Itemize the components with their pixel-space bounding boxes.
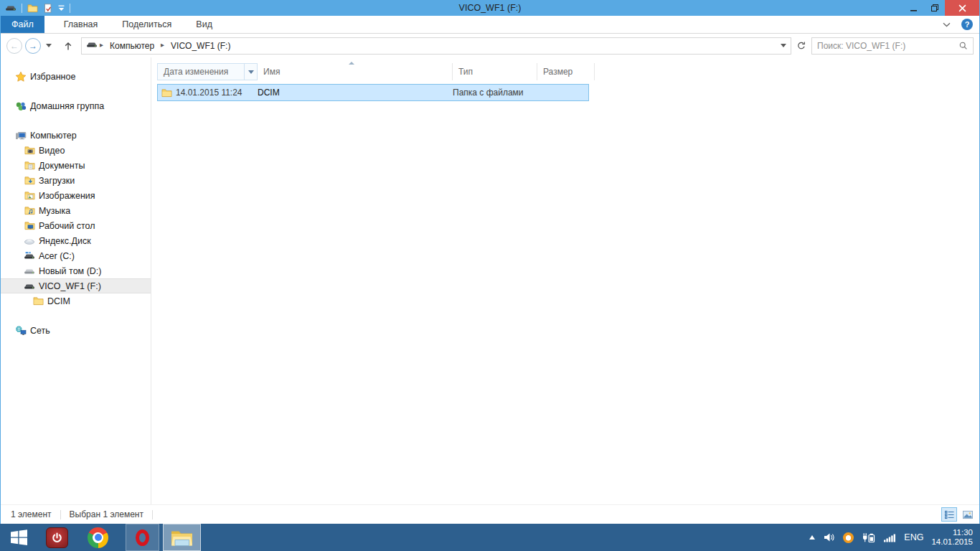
folder-icon: [161, 87, 172, 98]
sidebar-item-folder-video[interactable]: Видео: [1, 143, 151, 158]
explorer-button[interactable]: [163, 524, 201, 551]
column-header-label: Размер: [543, 67, 573, 77]
main-area: ИзбранноеДомашняя группаКомпьютерВидеоДо…: [1, 57, 979, 504]
sidebar-item-drive[interactable]: VICO_WF1 (F:): [1, 278, 151, 293]
folder-desktop-icon: [24, 220, 35, 232]
sidebar-item-computer[interactable]: Компьютер: [1, 128, 151, 143]
breadcrumb-item[interactable]: VICO_WF1 (F:): [166, 41, 235, 51]
column-header-type[interactable]: Тип: [453, 63, 537, 80]
qat-folder-button[interactable]: [27, 3, 38, 14]
sidebar-item-folder-docs[interactable]: Документы: [1, 158, 151, 173]
folder-icon: [32, 296, 44, 307]
restore-button[interactable]: [924, 0, 945, 16]
system-tray: ENG 11:30 14.01.2015: [809, 528, 980, 547]
search-box: [811, 37, 974, 55]
ribbon-right-controls: ?: [943, 16, 979, 33]
file-date: 14.01.2015 11:24: [176, 88, 242, 98]
explorer-folder-icon: [170, 528, 194, 547]
search-input[interactable]: [817, 41, 958, 51]
sidebar-item-folder-pictures[interactable]: Изображения: [1, 188, 151, 203]
qat-customize-button[interactable]: [58, 5, 65, 11]
filter-dropdown-icon[interactable]: [244, 64, 257, 80]
column-header-date[interactable]: Дата изменения: [157, 63, 258, 80]
address-bar[interactable]: ▶Компьютер▶VICO_WF1 (F:): [81, 37, 791, 55]
folder-docs-icon: [24, 160, 35, 171]
volume-icon[interactable]: [823, 532, 835, 543]
network-signal-icon[interactable]: [883, 532, 896, 542]
sidebar-item-label: Загрузки: [39, 176, 75, 186]
details-view-icon: [944, 510, 955, 519]
column-header-label: Имя: [263, 67, 280, 77]
sidebar-item-folder-desktop[interactable]: Рабочий стол: [1, 218, 151, 233]
chrome-button[interactable]: [88, 527, 108, 548]
language-indicator[interactable]: ENG: [904, 532, 923, 542]
hidden-icons-icon[interactable]: [809, 535, 815, 540]
power-shortcut-button[interactable]: [46, 527, 68, 548]
view-switcher: [941, 507, 976, 522]
breadcrumb-item[interactable]: Компьютер: [105, 41, 159, 51]
tab-view[interactable]: Вид: [184, 16, 225, 33]
thumbnail-view-button[interactable]: [960, 507, 976, 522]
sidebar-item-folder-downloads[interactable]: Загрузки: [1, 173, 151, 188]
column-header-label: Тип: [458, 67, 473, 77]
tab-file[interactable]: Файл: [1, 16, 44, 33]
drive-light-icon: [24, 265, 35, 277]
details-view-button[interactable]: [941, 507, 957, 522]
drive-icon: [86, 39, 98, 52]
selection-count: Выбран 1 элемент: [70, 509, 143, 519]
restore-icon: [930, 4, 939, 12]
up-button[interactable]: [62, 40, 74, 52]
tab-home[interactable]: Главная: [52, 16, 110, 33]
refresh-button[interactable]: [793, 38, 810, 54]
sidebar-item-label: Сеть: [30, 326, 50, 336]
folder-video-icon: [24, 145, 35, 156]
search-icon[interactable]: [958, 41, 968, 50]
sidebar-item-homegroup[interactable]: Домашняя группа: [1, 98, 151, 113]
tab-share[interactable]: Поделиться: [110, 16, 184, 33]
help-button[interactable]: ?: [961, 19, 973, 30]
start-button[interactable]: [0, 524, 37, 551]
sidebar-item-star[interactable]: Избранное: [1, 69, 151, 84]
back-button[interactable]: ←: [6, 38, 22, 54]
address-row: ← → ▶Компьютер▶VICO_WF1 (F:): [1, 34, 979, 57]
sidebar-item-drive-light[interactable]: Новый том (D:): [1, 263, 151, 278]
refresh-icon: [796, 41, 806, 51]
minimize-ribbon-icon[interactable]: [943, 19, 951, 29]
file-list-area: Дата измененияИмяТипРазмер 14.01.2015 11…: [151, 57, 979, 504]
column-headers: Дата измененияИмяТипРазмер: [157, 63, 979, 80]
qat-properties-button[interactable]: [43, 3, 53, 14]
sidebar-item-label: Музыка: [39, 206, 70, 216]
clock[interactable]: 11:30 14.01.2015: [931, 528, 973, 547]
sort-ascending-icon: [349, 62, 354, 65]
opera-button[interactable]: [126, 524, 159, 551]
forward-button[interactable]: →: [25, 38, 41, 54]
minimize-icon: [910, 4, 918, 12]
folder-music-icon: [24, 205, 35, 217]
sidebar-item-drive-system[interactable]: Acer (C:): [1, 248, 151, 263]
sidebar-item-label: Компьютер: [30, 131, 77, 141]
sidebar-item-folder[interactable]: DCIM: [1, 293, 151, 309]
window-title: VICO_WF1 (F:): [1, 3, 979, 13]
folder-pictures-icon: [24, 190, 35, 202]
drive-icon: [24, 281, 35, 292]
column-header-size[interactable]: Размер: [537, 63, 595, 80]
close-button[interactable]: [945, 0, 979, 16]
orange-app-icon[interactable]: [843, 532, 854, 543]
sidebar-item-folder-music[interactable]: Музыка: [1, 203, 151, 218]
sidebar-item-label: Рабочий стол: [39, 221, 95, 231]
breadcrumb: ▶Компьютер▶VICO_WF1 (F:): [98, 41, 235, 51]
quick-access-toolbar: [1, 2, 70, 14]
sidebar-item-yandex-disk[interactable]: Яндекс.Диск: [1, 233, 151, 248]
sidebar-item-label: Новый том (D:): [39, 266, 102, 276]
taskbar: ENG 11:30 14.01.2015: [0, 524, 980, 551]
address-dropdown-icon[interactable]: [781, 44, 786, 47]
qat-drive-button[interactable]: [5, 2, 17, 14]
minimize-button[interactable]: [903, 0, 924, 16]
thumbnail-view-icon: [962, 510, 974, 519]
screen: VICO_WF1 (F:) Файл Главная Поделиться Ви…: [0, 0, 980, 551]
sidebar-item-network[interactable]: Сеть: [1, 323, 151, 338]
file-row-selected[interactable]: 14.01.2015 11:24DCIMПапка с файлами: [157, 84, 589, 101]
column-header-name[interactable]: Имя: [258, 63, 453, 80]
battery-icon[interactable]: [862, 532, 875, 543]
recent-locations-icon[interactable]: [46, 44, 52, 47]
